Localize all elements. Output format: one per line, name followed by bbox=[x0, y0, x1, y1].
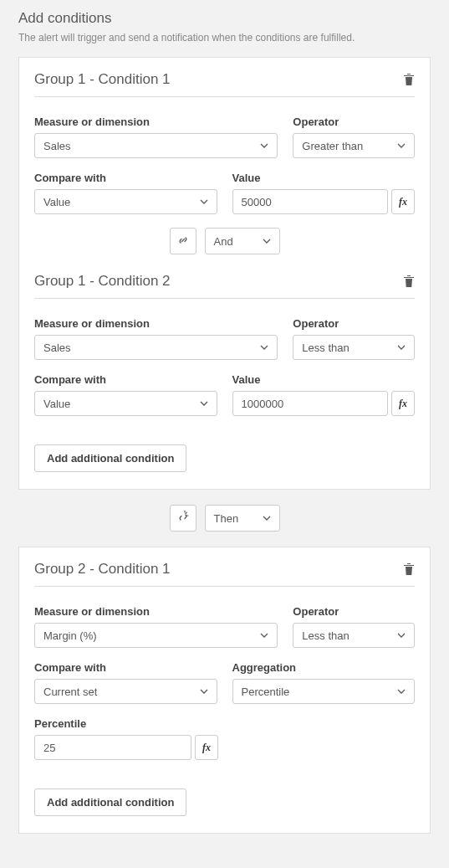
compare-select[interactable]: Value bbox=[34, 391, 217, 416]
measure-select[interactable]: Sales bbox=[34, 133, 278, 158]
compare-select[interactable]: Value bbox=[34, 189, 217, 214]
measure-select[interactable]: Sales bbox=[34, 335, 278, 360]
connector-select[interactable]: And bbox=[205, 228, 280, 254]
measure-value: Sales bbox=[43, 140, 71, 152]
compare-label: Compare with bbox=[34, 172, 217, 184]
measure-label: Measure or dimension bbox=[34, 116, 278, 128]
group-2-card: Group 2 - Condition 1 Measure or dimensi… bbox=[18, 547, 431, 834]
measure-label: Measure or dimension bbox=[34, 317, 278, 330]
operator-value: Less than bbox=[302, 629, 349, 642]
add-condition-button[interactable]: Add additional condition bbox=[34, 788, 186, 816]
chevron-down-icon bbox=[397, 141, 406, 150]
condition-header: Group 1 - Condition 2 bbox=[34, 273, 415, 299]
value-label: Value bbox=[232, 373, 416, 386]
chevron-down-icon bbox=[397, 631, 406, 639]
trash-icon[interactable] bbox=[403, 275, 415, 288]
operator-label: Operator bbox=[293, 116, 415, 128]
operator-select[interactable]: Greater than bbox=[293, 133, 415, 158]
group-connector-value: Then bbox=[214, 512, 239, 525]
chevron-down-icon bbox=[200, 198, 208, 206]
measure-label: Measure or dimension bbox=[34, 605, 278, 618]
operator-label: Operator bbox=[293, 605, 415, 618]
connector-row: And bbox=[34, 228, 415, 254]
fx-button[interactable]: fx bbox=[391, 189, 415, 214]
measure-select[interactable]: Margin (%) bbox=[34, 623, 278, 648]
compare-value: Current set bbox=[43, 686, 97, 698]
fx-button[interactable]: fx bbox=[195, 735, 218, 760]
page-title: Add conditions bbox=[18, 10, 431, 27]
chevron-down-icon bbox=[260, 141, 268, 150]
condition-header: Group 2 - Condition 1 bbox=[34, 561, 415, 587]
chevron-down-icon bbox=[397, 687, 406, 696]
group-connector-row: Then bbox=[18, 505, 431, 532]
compare-select[interactable]: Current set bbox=[34, 679, 217, 704]
operator-value: Greater than bbox=[302, 140, 363, 152]
operator-select[interactable]: Less than bbox=[293, 623, 415, 648]
unlink-icon bbox=[176, 511, 190, 526]
chevron-down-icon bbox=[200, 687, 208, 696]
condition-title: Group 1 - Condition 1 bbox=[34, 71, 171, 88]
compare-label: Compare with bbox=[34, 661, 217, 674]
percentile-label: Percentile bbox=[34, 717, 218, 730]
aggregation-label: Aggregation bbox=[232, 661, 416, 674]
operator-select[interactable]: Less than bbox=[293, 335, 415, 360]
link-icon-button[interactable] bbox=[170, 228, 196, 254]
percentile-input-text: 25 bbox=[43, 742, 55, 754]
trash-icon[interactable] bbox=[403, 562, 415, 576]
condition-title: Group 2 - Condition 1 bbox=[34, 561, 171, 578]
value-input-text: 50000 bbox=[242, 196, 272, 208]
add-condition-button[interactable]: Add additional condition bbox=[34, 444, 186, 472]
chevron-down-icon bbox=[263, 514, 271, 522]
link-icon bbox=[176, 234, 190, 249]
measure-value: Margin (%) bbox=[43, 629, 97, 642]
aggregation-select[interactable]: Percentile bbox=[232, 679, 416, 704]
fx-button[interactable]: fx bbox=[391, 391, 415, 416]
operator-label: Operator bbox=[293, 317, 415, 330]
compare-value: Value bbox=[43, 196, 70, 208]
group-connector-select[interactable]: Then bbox=[205, 505, 280, 532]
chevron-down-icon bbox=[397, 343, 406, 352]
value-input-text: 1000000 bbox=[242, 398, 284, 410]
chevron-down-icon bbox=[260, 631, 268, 639]
chevron-down-icon bbox=[260, 343, 268, 352]
operator-value: Less than bbox=[302, 342, 349, 354]
condition-title: Group 1 - Condition 2 bbox=[34, 273, 171, 290]
trash-icon[interactable] bbox=[403, 73, 415, 86]
measure-value: Sales bbox=[43, 342, 71, 354]
percentile-input[interactable]: 25 bbox=[34, 735, 191, 760]
chevron-down-icon bbox=[200, 399, 208, 408]
chevron-down-icon bbox=[263, 237, 271, 245]
compare-value: Value bbox=[43, 398, 70, 410]
unlink-icon-button[interactable] bbox=[170, 505, 196, 532]
group-1-card: Group 1 - Condition 1 Measure or dimensi… bbox=[18, 57, 431, 490]
value-label: Value bbox=[232, 172, 416, 184]
compare-label: Compare with bbox=[34, 373, 217, 386]
connector-value: And bbox=[214, 235, 233, 248]
aggregation-value: Percentile bbox=[242, 686, 290, 698]
value-input[interactable]: 50000 bbox=[232, 189, 389, 214]
value-input[interactable]: 1000000 bbox=[232, 391, 389, 416]
page-subtitle: The alert will trigger and send a notifi… bbox=[18, 32, 431, 44]
condition-header: Group 1 - Condition 1 bbox=[34, 71, 415, 97]
